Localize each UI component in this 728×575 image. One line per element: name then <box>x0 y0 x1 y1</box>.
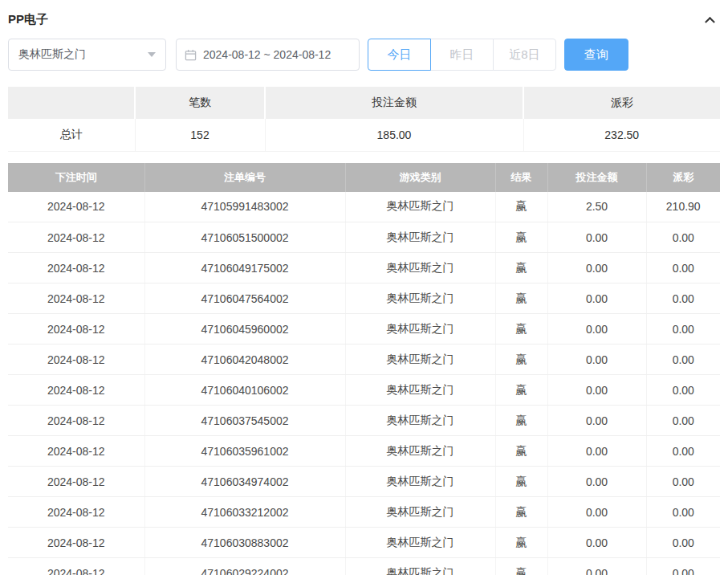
chevron-up-icon <box>705 16 715 27</box>
bet-table-header-row: 下注时间 注单编号 游戏类别 结果 投注金额 派彩 <box>8 163 720 192</box>
table-cell: 0.00 <box>547 253 646 283</box>
table-cell: 赢 <box>495 558 547 575</box>
game-select-value: 奥林匹斯之门 <box>18 47 86 62</box>
table-cell: 0.00 <box>646 436 720 467</box>
table-cell: 47106037545002 <box>144 406 345 436</box>
bet-table-body: 2024-08-1247105991483002奥林匹斯之门赢2.50210.9… <box>8 192 720 575</box>
table-cell: 赢 <box>495 253 547 283</box>
table-cell: 赢 <box>495 436 547 467</box>
last-8-days-button[interactable]: 近8日 <box>493 39 556 71</box>
table-cell: 47106033212002 <box>144 497 345 528</box>
table-cell: 赢 <box>495 497 547 528</box>
table-cell: 0.00 <box>547 314 646 345</box>
summary-header-blank <box>8 87 135 119</box>
table-cell: 47106047564002 <box>144 283 345 314</box>
table-cell: 赢 <box>495 345 547 375</box>
table-cell: 赢 <box>495 406 547 436</box>
column-header-result: 结果 <box>495 163 547 192</box>
column-header-bet-time: 下注时间 <box>8 163 144 192</box>
summary-total-count: 152 <box>135 119 265 151</box>
yesterday-button[interactable]: 昨日 <box>430 39 494 71</box>
game-select[interactable]: 奥林匹斯之门 <box>8 39 166 71</box>
summary-total-label: 总计 <box>8 119 135 151</box>
table-cell: 0.00 <box>547 406 646 436</box>
table-row: 2024-08-1247106029224002奥林匹斯之门赢0.000.00 <box>8 558 720 575</box>
table-row: 2024-08-1247106040106002奥林匹斯之门赢0.000.00 <box>8 375 720 406</box>
table-row: 2024-08-1247106030883002奥林匹斯之门赢0.000.00 <box>8 528 720 558</box>
table-cell: 赢 <box>495 467 547 497</box>
table-cell: 赢 <box>495 375 547 406</box>
table-cell: 赢 <box>495 222 547 253</box>
table-row: 2024-08-1247106034974002奥林匹斯之门赢0.000.00 <box>8 467 720 497</box>
table-cell: 奥林匹斯之门 <box>345 283 495 314</box>
table-cell: 奥林匹斯之门 <box>345 406 495 436</box>
panel-header: PP电子 <box>8 8 720 31</box>
table-cell: 0.00 <box>547 436 646 467</box>
table-cell: 2024-08-12 <box>8 558 144 575</box>
table-cell: 47106040106002 <box>144 375 345 406</box>
table-row: 2024-08-1247106045960002奥林匹斯之门赢0.000.00 <box>8 314 720 345</box>
table-cell: 2024-08-12 <box>8 528 144 558</box>
table-cell: 奥林匹斯之门 <box>345 528 495 558</box>
table-cell: 2024-08-12 <box>8 192 144 222</box>
table-cell: 0.00 <box>646 222 720 253</box>
table-cell: 2024-08-12 <box>8 345 144 375</box>
table-cell: 赢 <box>495 528 547 558</box>
table-cell: 奥林匹斯之门 <box>345 375 495 406</box>
table-cell: 奥林匹斯之门 <box>345 253 495 283</box>
table-cell: 2024-08-12 <box>8 436 144 467</box>
table-cell: 奥林匹斯之门 <box>345 467 495 497</box>
table-cell: 0.00 <box>646 345 720 375</box>
summary-total-bet-amount: 185.00 <box>265 119 523 151</box>
table-cell: 0.00 <box>646 467 720 497</box>
table-cell: 2.50 <box>547 192 646 222</box>
table-row: 2024-08-1247106035961002奥林匹斯之门赢0.000.00 <box>8 436 720 467</box>
table-cell: 赢 <box>495 283 547 314</box>
table-cell: 奥林匹斯之门 <box>345 558 495 575</box>
summary-header-count: 笔数 <box>135 87 265 119</box>
date-range-picker[interactable]: 2024-08-12 ~ 2024-08-12 <box>176 39 360 71</box>
table-cell: 2024-08-12 <box>8 314 144 345</box>
table-cell: 47106049175002 <box>144 253 345 283</box>
calendar-icon <box>185 49 197 61</box>
column-header-payout: 派彩 <box>646 163 720 192</box>
bet-records-table: 下注时间 注单编号 游戏类别 结果 投注金额 派彩 2024-08-124710… <box>8 163 720 575</box>
table-row: 2024-08-1247106049175002奥林匹斯之门赢0.000.00 <box>8 253 720 283</box>
table-cell: 47105991483002 <box>144 192 345 222</box>
date-range-value: 2024-08-12 ~ 2024-08-12 <box>203 48 331 61</box>
search-button[interactable]: 查询 <box>564 39 628 71</box>
table-cell: 0.00 <box>646 314 720 345</box>
table-cell: 47106034974002 <box>144 467 345 497</box>
column-header-order-id: 注单编号 <box>144 163 345 192</box>
summary-header-payout: 派彩 <box>523 87 720 119</box>
table-cell: 0.00 <box>646 497 720 528</box>
table-row: 2024-08-1247106042048002奥林匹斯之门赢0.000.00 <box>8 345 720 375</box>
column-header-bet-amount: 投注金额 <box>547 163 646 192</box>
table-cell: 奥林匹斯之门 <box>345 497 495 528</box>
table-cell: 0.00 <box>646 558 720 575</box>
table-cell: 0.00 <box>547 375 646 406</box>
chevron-down-icon <box>148 52 156 57</box>
page-title: PP电子 <box>8 12 48 27</box>
filter-bar: 奥林匹斯之门 2024-08-12 ~ 2024-08-12 今日 昨日 近8日… <box>8 39 720 71</box>
table-cell: 奥林匹斯之门 <box>345 222 495 253</box>
summary-header-row: 笔数 投注金额 派彩 <box>8 87 720 119</box>
table-cell: 0.00 <box>547 345 646 375</box>
summary-table: 笔数 投注金额 派彩 总计 152 185.00 232.50 <box>8 87 720 152</box>
table-cell: 0.00 <box>646 528 720 558</box>
today-button[interactable]: 今日 <box>368 39 431 71</box>
table-cell: 210.90 <box>646 192 720 222</box>
collapse-button[interactable] <box>699 10 720 28</box>
summary-header-bet-amount: 投注金额 <box>265 87 523 119</box>
table-cell: 赢 <box>495 314 547 345</box>
table-cell: 0.00 <box>547 528 646 558</box>
table-cell: 47106030883002 <box>144 528 345 558</box>
table-row: 2024-08-1247106033212002奥林匹斯之门赢0.000.00 <box>8 497 720 528</box>
table-cell: 47106051500002 <box>144 222 345 253</box>
table-cell: 0.00 <box>547 497 646 528</box>
table-cell: 47106029224002 <box>144 558 345 575</box>
table-row: 2024-08-1247106037545002奥林匹斯之门赢0.000.00 <box>8 406 720 436</box>
table-cell: 2024-08-12 <box>8 497 144 528</box>
table-cell: 47106045960002 <box>144 314 345 345</box>
table-cell: 0.00 <box>646 283 720 314</box>
